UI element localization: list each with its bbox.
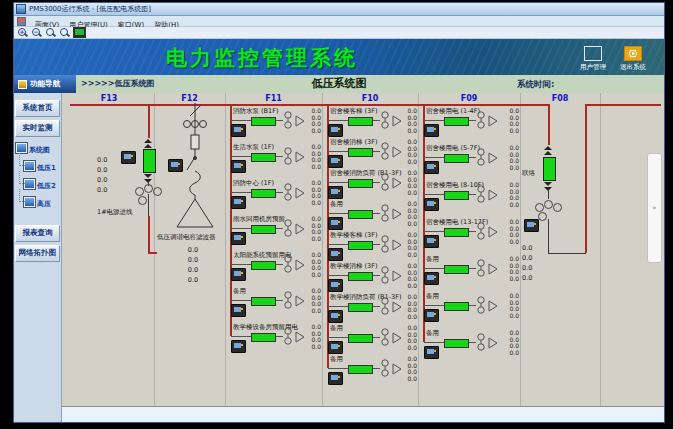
user-management-button[interactable]: 用户管理 — [580, 46, 606, 72]
meter-icon[interactable] — [424, 309, 439, 322]
feeder-label: 消防水泵 (B1F) — [233, 107, 278, 115]
tie-column-f08: F08 联络 0.0 0.0 — [520, 93, 600, 406]
tree-label: 高压 — [37, 200, 51, 208]
meter-icon[interactable] — [328, 124, 343, 137]
breaker-indicator[interactable] — [348, 179, 373, 188]
breaker-indicator[interactable] — [251, 261, 276, 270]
tree-item-低压1[interactable]: 低压1 — [24, 161, 61, 173]
disconnector-icon — [535, 203, 544, 212]
meter-led — [178, 163, 180, 165]
function-nav-button[interactable]: 功能导航 — [14, 75, 76, 93]
meter-icon[interactable] — [231, 196, 246, 209]
meter-screen — [331, 282, 338, 287]
meter-icon[interactable] — [424, 161, 439, 174]
telemetry-value: 0.0 — [311, 272, 321, 279]
meter-led — [434, 128, 436, 130]
telemetry-value: 0.0 — [522, 263, 532, 273]
sidebar-item-home[interactable]: 系统首页 — [15, 100, 60, 117]
breaker-indicator[interactable] — [444, 302, 469, 311]
meter-icon[interactable] — [524, 219, 539, 232]
meter-icon[interactable] — [424, 235, 439, 248]
zoom-reset-icon[interactable] — [45, 27, 57, 38]
meter-icon[interactable] — [231, 232, 246, 245]
telemetry-value: 0.0 — [407, 252, 417, 259]
tree-children: 低压1低压2高压 — [16, 161, 61, 209]
breaker-indicator[interactable] — [444, 339, 469, 348]
breaker-indicator[interactable] — [348, 210, 373, 219]
wire — [548, 253, 586, 254]
side-panel-toggle[interactable]: » — [647, 153, 662, 263]
breaker-indicator[interactable] — [348, 272, 373, 281]
meter-icon[interactable] — [231, 268, 246, 281]
telemetry-value: 0.0 — [509, 128, 519, 135]
feeder-label: 备用 — [330, 200, 343, 208]
feeder-label: 生活水泵 (1F) — [233, 143, 274, 151]
zoom-pan-icon[interactable] — [59, 27, 71, 38]
meter-icon[interactable] — [424, 124, 439, 137]
tree-item-低压2[interactable]: 低压2 — [24, 179, 61, 191]
breaker-indicator[interactable] — [444, 265, 469, 274]
meter-icon[interactable] — [328, 217, 343, 230]
feeder-row: 教学楼消梯 (3F)0.00.00.00.0 — [322, 262, 418, 293]
meter-led — [338, 190, 340, 192]
meter-icon[interactable] — [328, 341, 343, 354]
breaker-indicator[interactable] — [348, 365, 373, 374]
breaker-indicator[interactable] — [444, 154, 469, 163]
breaker-indicator[interactable] — [348, 148, 373, 157]
magnifier-sign: + — [20, 28, 25, 35]
meter-icon[interactable] — [168, 159, 183, 172]
meter-icon[interactable] — [424, 272, 439, 285]
meter-icon[interactable] — [231, 160, 246, 173]
breaker-indicator[interactable] — [348, 303, 373, 312]
breaker-indicator[interactable] — [251, 117, 276, 126]
meter-icon[interactable] — [424, 346, 439, 359]
meter-icon[interactable] — [328, 279, 343, 292]
meter-icon[interactable] — [328, 186, 343, 199]
breaker-indicator[interactable] — [251, 153, 276, 162]
breaker-indicator[interactable] — [251, 297, 276, 306]
screen-view-icon[interactable] — [73, 27, 86, 38]
meter-icon[interactable] — [121, 151, 136, 164]
sidebar-item-topology[interactable]: 网络拓扑图 — [15, 245, 60, 262]
breaker-indicator[interactable] — [348, 334, 373, 343]
meter-icon[interactable] — [231, 340, 246, 353]
feeder-values: 0.00.00.00.0 — [407, 294, 417, 320]
feeder-row: 备用0.00.00.00.0 — [225, 287, 322, 323]
feeder-row: 宿舍楼客梯 (3F)0.00.00.00.0 — [322, 107, 418, 138]
disconnector-icon — [476, 295, 502, 317]
meter-icon[interactable] — [328, 372, 343, 385]
meter-icon[interactable] — [328, 155, 343, 168]
zoom-in-icon[interactable]: + — [17, 27, 29, 38]
meter-led — [338, 345, 340, 347]
breaker-indicator[interactable] — [444, 191, 469, 200]
meter-icon[interactable] — [231, 304, 246, 317]
breaker-indicator[interactable] — [251, 189, 276, 198]
meter-led — [434, 239, 436, 241]
telemetry-value: 0.0 — [178, 255, 208, 265]
meter-icon[interactable] — [231, 124, 246, 137]
meter-icon[interactable] — [328, 248, 343, 261]
meter-led — [241, 164, 243, 166]
breaker-indicator[interactable] — [348, 117, 373, 126]
breaker-indicator[interactable] — [543, 157, 556, 181]
breaker-indicator[interactable] — [251, 225, 276, 234]
feeder-row: 消防中心 (1F)0.00.00.00.0 — [225, 179, 322, 215]
disconnector-icon — [476, 221, 502, 243]
sidebar-item-realtime[interactable]: 实时监测 — [15, 120, 60, 137]
sidebar-item-report[interactable]: 报表查询 — [15, 225, 60, 242]
breaker-indicator[interactable] — [251, 333, 276, 342]
breaker-indicator[interactable] — [348, 241, 373, 250]
magnifier-handle — [66, 33, 70, 37]
disconnector-icon — [380, 327, 406, 349]
exit-system-button[interactable]: 退出系统 — [620, 46, 646, 72]
meter-screen — [331, 251, 338, 256]
feeder-values: 0.00.00.00.0 — [311, 144, 321, 170]
feeder-column-F11: F11消防水泵 (B1F)0.00.00.00.0生活水泵 (1F)0.00.0… — [225, 93, 322, 406]
meter-icon[interactable] — [328, 310, 343, 323]
meter-icon[interactable] — [424, 198, 439, 211]
breaker-indicator[interactable] — [444, 117, 469, 126]
zoom-out-icon[interactable]: − — [31, 27, 43, 38]
tree-item-高压[interactable]: 高压 — [24, 197, 61, 209]
breaker-indicator[interactable] — [444, 228, 469, 237]
filter-chain-icon — [154, 103, 225, 229]
